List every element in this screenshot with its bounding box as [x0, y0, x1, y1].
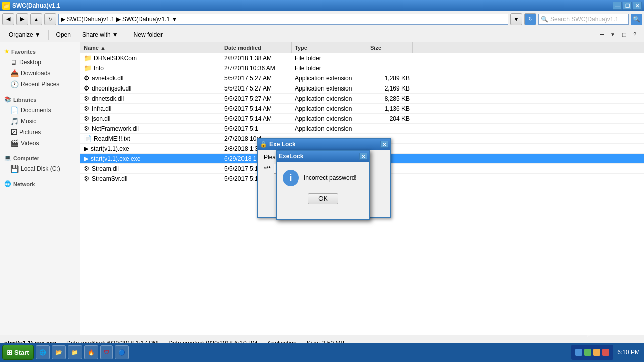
- system-clock: 6:10 PM: [615, 349, 642, 356]
- col-header-date[interactable]: Date modified: [221, 42, 292, 53]
- file-type-cell: Application extension: [292, 124, 367, 133]
- exelock-alert-close[interactable]: ✕: [359, 153, 367, 160]
- file-name-cell: 📄ReadME!!!.txt: [80, 134, 221, 143]
- file-size-cell: [367, 67, 413, 69]
- sidebar-item-videos[interactable]: 🎬 Videos: [0, 138, 80, 149]
- window-controls: — ❐ ✕: [613, 2, 642, 10]
- taskbar-item-app[interactable]: 🔵: [115, 345, 129, 359]
- file-size-cell: 2,169 KB: [367, 84, 413, 93]
- address-dropdown[interactable]: ▼: [510, 13, 522, 25]
- start-button[interactable]: ⊞ Start: [2, 345, 34, 360]
- table-row[interactable]: 📁Info2/7/2018 10:36 AMFile folder: [80, 63, 644, 73]
- file-name: Stream.dll: [92, 165, 119, 172]
- search-button[interactable]: 🔍: [631, 14, 642, 25]
- downloads-icon: 📥: [10, 69, 19, 77]
- restore-button[interactable]: ❐: [623, 2, 632, 10]
- sidebar-item-recent[interactable]: 🕐 Recent Places: [0, 79, 80, 90]
- systray-icon-2: [584, 349, 591, 356]
- file-icon: ⚙: [84, 74, 90, 82]
- exelock-bg-close[interactable]: ✕: [380, 141, 388, 148]
- table-row[interactable]: ⚙dhnetsdk.dll5/5/2017 5:27 AMApplication…: [80, 94, 644, 104]
- systray-icon-3: [593, 349, 600, 356]
- file-icon: ⚙: [84, 105, 90, 112]
- sidebar-item-desktop[interactable]: 🖥 Desktop: [0, 57, 80, 68]
- taskbar-item-files[interactable]: 📁: [68, 345, 82, 359]
- up-button[interactable]: ▲: [30, 13, 42, 25]
- exelock-alert-dialog[interactable]: ExeLock ✕ i Incorrect password! OK: [276, 150, 370, 220]
- exelock-alert-title: ExeLock: [279, 153, 303, 160]
- toolbar-separator-2: [126, 30, 126, 40]
- file-date-cell: 2/8/2018 1:38 AM: [221, 54, 292, 63]
- sidebar-item-music[interactable]: 🎵 Music: [0, 116, 80, 127]
- music-icon: 🎵: [10, 117, 19, 125]
- help-button[interactable]: ?: [630, 30, 640, 40]
- file-name-cell: ⚙dhnetsdk.dll: [80, 94, 221, 103]
- taskbar-item-security[interactable]: 🛡: [100, 345, 113, 359]
- file-icon: ⚙: [84, 165, 90, 172]
- file-name-cell: 📁DHNetSDKCom: [80, 53, 221, 63]
- file-name: Info: [94, 65, 104, 72]
- exelock-alert-title-bar: ExeLock ✕: [277, 151, 369, 162]
- view-dropdown-button[interactable]: ▼: [608, 30, 618, 40]
- firefox-icon: 🔥: [88, 349, 95, 356]
- close-button[interactable]: ✕: [633, 2, 642, 10]
- alert-info-icon: i: [283, 170, 299, 186]
- address-path[interactable]: ▶ SWC(Dahua)v1.1 ▶ SWC(Dahua)v1.1 ▼: [58, 14, 508, 25]
- sidebar-item-pictures[interactable]: 🖼 Pictures: [0, 127, 80, 138]
- file-name-cell: ▶start(v1.1).exe.exe: [80, 154, 221, 163]
- videos-label: Videos: [21, 140, 39, 147]
- share-with-button[interactable]: Share with ▼: [77, 29, 123, 40]
- windows-logo: ⊞: [7, 349, 12, 356]
- desktop-label: Desktop: [19, 59, 41, 66]
- file-name-cell: ⚙StreamSvr.dll: [80, 174, 221, 184]
- table-row[interactable]: ⚙avnetsdk.dll5/5/2017 5:27 AMApplication…: [80, 73, 644, 83]
- table-row[interactable]: ⚙Infra.dll5/5/2017 5:14 AMApplication ex…: [80, 104, 644, 114]
- col-header-size[interactable]: Size: [367, 42, 413, 53]
- ie-icon: 🌐: [39, 349, 46, 356]
- file-name: StreamSvr.dll: [92, 175, 127, 183]
- alert-ok-button[interactable]: OK: [308, 193, 338, 204]
- preview-pane-button[interactable]: ◫: [619, 30, 629, 40]
- file-name-cell: ▶start(v1.1).exe: [80, 144, 221, 153]
- col-header-name[interactable]: Name ▲: [80, 42, 221, 53]
- open-button[interactable]: Open: [52, 29, 75, 40]
- table-row[interactable]: 📁DHNetSDKCom2/8/2018 1:38 AMFile folder: [80, 53, 644, 63]
- recent-icon: 🕐: [10, 80, 19, 88]
- taskbar-right: 6:10 PM: [571, 343, 642, 362]
- exelock-bg-title-icon: 🔒: [260, 141, 267, 148]
- file-name: avnetsdk.dll: [92, 75, 123, 82]
- taskbar-item-firefox[interactable]: 🔥: [84, 345, 98, 359]
- back-button[interactable]: ◀: [2, 13, 14, 25]
- taskbar-item-ie[interactable]: 🌐: [36, 345, 50, 359]
- minimize-button[interactable]: —: [613, 2, 622, 10]
- table-row[interactable]: ⚙dhconfigsdk.dll5/5/2017 5:27 AMApplicat…: [80, 83, 644, 94]
- file-name: dhnetsdk.dll: [92, 95, 124, 102]
- file-name: json.dll: [92, 115, 110, 122]
- network-header[interactable]: 🌐 Network: [0, 178, 80, 189]
- organize-button[interactable]: Organize ▼: [4, 29, 45, 40]
- new-folder-button[interactable]: New folder: [129, 29, 167, 40]
- computer-header[interactable]: 💻 Computer: [0, 153, 80, 163]
- pictures-label: Pictures: [19, 129, 41, 136]
- libraries-icon: 📚: [4, 96, 11, 103]
- taskbar-item-explorer[interactable]: 📂: [52, 345, 66, 359]
- view-controls: ☰ ▼ ◫ ?: [597, 30, 640, 40]
- col-header-type[interactable]: Type: [292, 42, 367, 53]
- systray-icon-1: [575, 349, 582, 356]
- file-size-cell: [367, 128, 413, 130]
- refresh-icon[interactable]: ↻: [524, 13, 536, 25]
- refresh-button[interactable]: ↻: [44, 13, 56, 25]
- favorites-header[interactable]: ★ Favorites: [0, 46, 80, 57]
- star-icon: ★: [4, 48, 9, 55]
- view-change-button[interactable]: ☰: [597, 30, 607, 40]
- sidebar-item-documents[interactable]: 📄 Documents: [0, 105, 80, 116]
- forward-button[interactable]: ▶: [16, 13, 28, 25]
- table-row[interactable]: ⚙json.dll5/5/2017 5:14 AMApplication ext…: [80, 114, 644, 124]
- table-row[interactable]: ⚙NetFramework.dll5/5/2017 5:1Application…: [80, 124, 644, 134]
- files-icon: 📁: [71, 349, 78, 356]
- libraries-header[interactable]: 📚 Libraries: [0, 94, 80, 105]
- file-icon: 📁: [84, 64, 92, 72]
- file-icon: 📁: [84, 54, 92, 62]
- sidebar-item-downloads[interactable]: 📥 Downloads: [0, 68, 80, 79]
- sidebar-item-localdisk[interactable]: 💾 Local Disk (C:): [0, 163, 80, 174]
